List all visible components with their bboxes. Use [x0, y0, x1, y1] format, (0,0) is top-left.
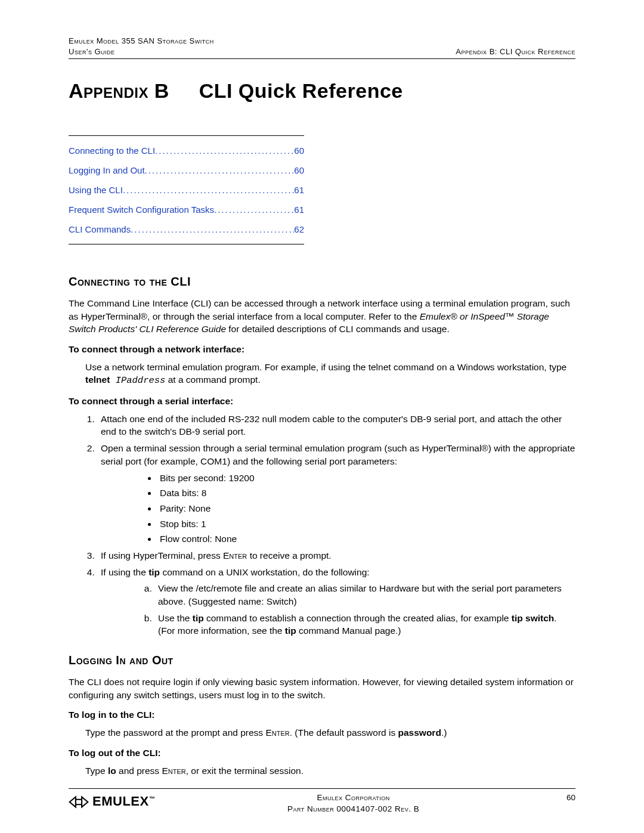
tip-substeps: View the /etc/remote file and create an … — [154, 582, 575, 637]
footer-page-number: 60 — [552, 792, 575, 804]
tip-substep-b: Use the tip command to establish a conne… — [154, 612, 575, 637]
emulex-logo-icon — [69, 795, 89, 809]
section-heading-connecting: Connecting to the CLI — [69, 273, 575, 290]
serial-interface-heading: To connect through a serial interface: — [69, 395, 575, 408]
network-interface-heading: To connect through a network interface: — [69, 343, 575, 356]
serial-step-4: If using the tip command on a UNIX works… — [97, 566, 575, 637]
param-data: Data bits: 8 — [157, 487, 575, 500]
param-flow: Flow control: None — [157, 532, 575, 546]
logging-intro: The CLI does not require login if only v… — [69, 676, 575, 701]
document-page: Emulex Model 355 SAN Storage Switch User… — [0, 0, 644, 833]
serial-step-1: Attach one end of the included RS-232 nu… — [97, 413, 575, 438]
header-left: Emulex Model 355 SAN Storage Switch User… — [69, 36, 214, 57]
page-header: Emulex Model 355 SAN Storage Switch User… — [69, 36, 575, 59]
header-right: Appendix B: CLI Quick Reference — [456, 36, 575, 57]
logout-heading: To log out of the CLI: — [69, 747, 575, 760]
footer-company: Emulex Corporation — [155, 792, 552, 804]
serial-steps: Attach one end of the included RS-232 nu… — [97, 413, 575, 637]
param-stop: Stop bits: 1 — [157, 518, 575, 531]
param-parity: Parity: None — [157, 502, 575, 515]
page-footer: EMULEX™ Emulex Corporation Part Number 0… — [69, 788, 575, 815]
header-guide: User's Guide — [69, 47, 214, 57]
login-heading: To log in to the CLI: — [69, 708, 575, 721]
serial-step-2: Open a terminal session through a serial… — [97, 442, 575, 546]
connecting-intro: The Command Line Interface (CLI) can be … — [69, 297, 575, 336]
logout-body: Type lo and press Enter, or exit the ter… — [85, 764, 575, 778]
footer-partnum: Part Number 00041407-002 Rev. B — [155, 804, 552, 815]
header-product: Emulex Model 355 SAN Storage Switch — [69, 36, 214, 47]
header-appendix: Appendix B: CLI Quick Reference — [456, 47, 575, 57]
param-bits: Bits per second: 19200 — [157, 472, 575, 485]
logo-text: EMULEX™ — [92, 792, 155, 811]
toc-item-using[interactable]: Using the CLI 61 — [69, 180, 304, 200]
emulex-logo: EMULEX™ — [69, 792, 155, 811]
table-of-contents: Connecting to the CLI 60 Logging In and … — [69, 135, 304, 244]
serial-params-list: Bits per second: 19200 Data bits: 8 Pari… — [157, 472, 575, 546]
login-body: Type the password at the prompt and pres… — [85, 726, 575, 739]
footer-center: Emulex Corporation Part Number 00041407-… — [155, 792, 552, 815]
page-title: Appendix B CLI Quick Reference — [69, 77, 575, 106]
toc-item-frequent[interactable]: Frequent Switch Configuration Tasks 61 — [69, 200, 304, 219]
tip-substep-a: View the /etc/remote file and create an … — [154, 582, 575, 608]
toc-item-logging[interactable]: Logging In and Out 60 — [69, 160, 304, 180]
network-interface-body: Use a network terminal emulation program… — [85, 361, 575, 388]
section-heading-logging: Logging In and Out — [69, 652, 575, 668]
toc-item-commands[interactable]: CLI Commands 62 — [69, 219, 304, 239]
serial-step-3: If using HyperTerminal, press Enter to r… — [97, 549, 575, 562]
toc-item-connecting[interactable]: Connecting to the CLI 60 — [69, 141, 304, 160]
